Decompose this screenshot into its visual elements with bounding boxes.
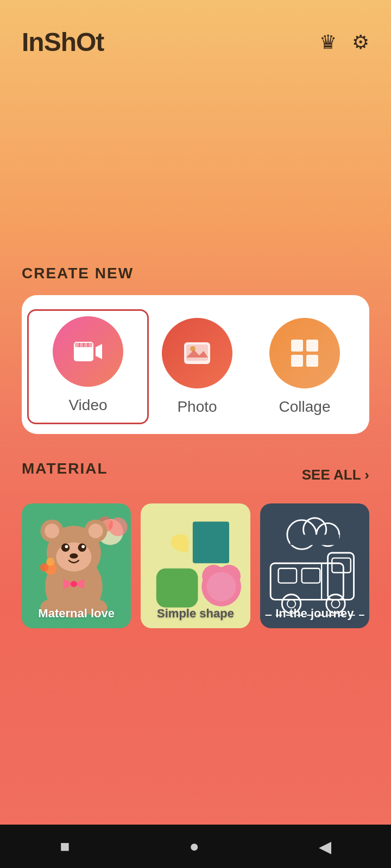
collage-label: Collage [279, 398, 331, 416]
material-title: MATERIAL [22, 460, 108, 477]
svg-marker-5 [96, 344, 102, 359]
chevron-icon: › [364, 467, 369, 483]
svg-point-28 [81, 545, 85, 548]
svg-point-32 [71, 580, 77, 587]
create-video-item[interactable]: Video [27, 309, 149, 424]
collage-circle [269, 318, 340, 388]
material-journey-item[interactable]: In the journey [260, 503, 369, 628]
header: InShOt ♛ ⚙ [0, 0, 391, 68]
svg-point-34 [46, 557, 54, 565]
app-logo: InShOt [22, 27, 104, 57]
svg-point-44 [207, 572, 236, 601]
create-new-title: CREATE NEW [22, 265, 369, 282]
material-grid: Maternal love Simple [22, 503, 369, 628]
svg-rect-12 [291, 355, 303, 367]
material-header: MATERIAL SEE ALL › [22, 460, 369, 490]
svg-rect-11 [306, 340, 318, 352]
svg-point-23 [89, 524, 103, 538]
nav-square-icon[interactable]: ■ [60, 837, 70, 856]
settings-icon[interactable]: ⚙ [352, 31, 369, 54]
nav-home-icon[interactable]: ● [190, 837, 199, 856]
bottom-space [0, 639, 391, 836]
crown-icon[interactable]: ♛ [319, 31, 337, 54]
create-collage-item[interactable]: Collage [251, 318, 358, 416]
svg-rect-40 [156, 568, 198, 607]
svg-rect-39 [193, 521, 229, 563]
material-simple-item[interactable]: Simple shape [141, 503, 250, 628]
material-maternal-item[interactable]: Maternal love [22, 503, 131, 628]
video-circle [53, 316, 123, 387]
maternal-label: Maternal love [22, 607, 131, 621]
create-new-section: CREATE NEW Video [0, 265, 391, 445]
see-all-button[interactable]: SEE ALL › [302, 467, 369, 483]
video-icon [72, 335, 104, 368]
nav-back-icon[interactable]: ◀ [319, 837, 331, 856]
journey-label: In the journey [260, 607, 369, 621]
hero-area [0, 68, 391, 265]
svg-rect-13 [306, 355, 318, 367]
svg-point-29 [70, 553, 78, 558]
svg-rect-49 [290, 534, 339, 545]
create-new-card: Video Photo [22, 295, 369, 434]
photo-label: Photo [177, 398, 217, 416]
create-photo-item[interactable]: Photo [143, 318, 251, 416]
material-section: MATERIAL SEE ALL › [0, 445, 391, 639]
photo-icon [181, 337, 213, 369]
video-label: Video [68, 397, 107, 414]
simple-label: Simple shape [141, 607, 250, 621]
svg-point-27 [65, 545, 68, 548]
svg-rect-10 [291, 340, 303, 352]
photo-circle [162, 318, 232, 388]
svg-point-35 [40, 563, 48, 571]
svg-point-21 [45, 524, 59, 538]
header-icons: ♛ ⚙ [319, 31, 369, 54]
collage-icon [288, 336, 321, 370]
